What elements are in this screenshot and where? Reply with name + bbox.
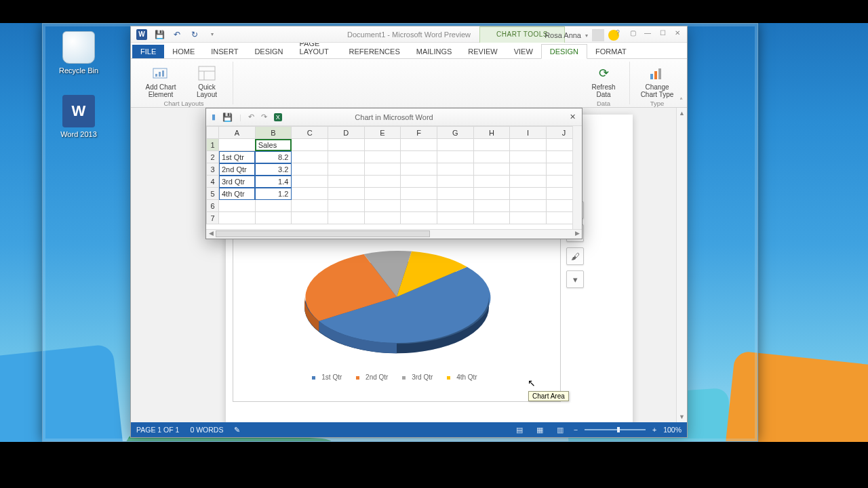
tab-design[interactable]: DESIGN	[246, 45, 291, 58]
cell[interactable]	[364, 188, 401, 200]
cell[interactable]	[401, 163, 437, 176]
cell[interactable]	[437, 212, 473, 224]
zoom-level[interactable]: 100%	[663, 426, 682, 434]
desktop-icon-word[interactable]: W Word 2013	[52, 95, 106, 138]
row-header[interactable]: 2	[207, 151, 219, 163]
word-count[interactable]: 0 WORDS	[190, 426, 223, 434]
excel-icon[interactable]: X	[274, 113, 282, 121]
cell[interactable]: 1.4	[255, 176, 292, 188]
maximize-button[interactable]: ☐	[656, 28, 669, 39]
cell[interactable]	[437, 200, 473, 212]
cell[interactable]	[328, 212, 364, 224]
spreadsheet-grid[interactable]: A B C D E F G H I J 1 Sales	[206, 126, 582, 229]
scroll-right-icon[interactable]: ▶	[572, 230, 582, 239]
zoom-in-button[interactable]: +	[652, 426, 656, 434]
cell[interactable]	[401, 139, 437, 151]
cell[interactable]	[219, 212, 256, 224]
page-indicator[interactable]: PAGE 1 OF 1	[136, 426, 179, 434]
add-chart-element-button[interactable]: Add Chart Element	[139, 63, 182, 100]
cell[interactable]	[401, 188, 437, 200]
cell[interactable]	[510, 139, 547, 151]
close-button[interactable]: ✕	[671, 28, 684, 39]
cell[interactable]: 2nd Qtr	[219, 163, 256, 176]
cell[interactable]	[473, 200, 510, 212]
cell[interactable]	[510, 163, 547, 176]
cell[interactable]	[328, 151, 364, 163]
cell[interactable]	[255, 200, 292, 212]
cell[interactable]	[437, 188, 473, 200]
col-header[interactable]: G	[437, 127, 473, 139]
cell[interactable]	[437, 176, 473, 188]
col-header[interactable]: E	[364, 127, 401, 139]
cell[interactable]	[364, 139, 401, 151]
minimize-button[interactable]: —	[641, 28, 654, 39]
row-header[interactable]: 1	[207, 139, 219, 151]
cell[interactable]	[364, 176, 401, 188]
cell[interactable]	[510, 176, 547, 188]
cell[interactable]: 8.2	[255, 151, 292, 163]
proofing-icon[interactable]: ✎	[234, 426, 240, 434]
cell[interactable]	[219, 139, 256, 151]
cell[interactable]	[292, 163, 328, 176]
chart-legend[interactable]: 1st Qtr 2nd Qtr 3rd Qtr 4th Qtr	[233, 373, 560, 381]
cell[interactable]	[510, 151, 547, 163]
undo-icon[interactable]: ↶	[248, 113, 254, 121]
close-button[interactable]: ✕	[567, 111, 578, 122]
tab-mailings[interactable]: MAILINGS	[408, 45, 460, 58]
change-chart-type-button[interactable]: Change Chart Type	[635, 63, 679, 100]
help-button[interactable]: ?	[611, 28, 625, 39]
document-area[interactable]: ▲ ▼ Sales	[131, 108, 687, 422]
cell[interactable]: 1.2	[255, 188, 292, 200]
cell[interactable]	[401, 176, 437, 188]
cell[interactable]	[292, 151, 328, 163]
cell-active[interactable]: Sales	[255, 139, 292, 151]
cell[interactable]	[328, 139, 364, 151]
cell[interactable]	[473, 176, 510, 188]
print-layout-button[interactable]: ▦	[533, 425, 547, 434]
col-header[interactable]: D	[328, 127, 364, 139]
save-icon[interactable]: 💾	[222, 113, 233, 122]
col-header[interactable]: I	[510, 127, 547, 139]
tab-view[interactable]: VIEW	[506, 45, 541, 58]
cell[interactable]	[473, 188, 510, 200]
user-area[interactable]: Rosa Anna ▾	[545, 29, 619, 41]
col-header[interactable]: C	[292, 127, 328, 139]
read-mode-button[interactable]: ▤	[513, 425, 526, 434]
cell[interactable]	[328, 188, 364, 200]
zoom-out-button[interactable]: −	[574, 426, 578, 434]
chart-filters-button[interactable]: ▾	[566, 270, 584, 288]
row-header[interactable]: 6	[207, 200, 219, 212]
scroll-up-icon[interactable]: ▲	[677, 108, 687, 119]
redo-icon[interactable]: ↻	[189, 29, 200, 40]
tab-chart-format[interactable]: FORMAT	[587, 45, 635, 58]
cell[interactable]	[292, 200, 328, 212]
qat-customize-icon[interactable]: ▾	[207, 29, 218, 40]
cell[interactable]	[364, 151, 401, 163]
save-icon[interactable]: 💾	[154, 29, 165, 40]
cell[interactable]	[437, 163, 473, 176]
cell[interactable]: 3.2	[255, 163, 292, 176]
cell[interactable]: 1st Qtr	[219, 151, 256, 163]
cell[interactable]	[401, 212, 437, 224]
tab-insert[interactable]: INSERT	[203, 45, 246, 58]
quick-layout-button[interactable]: Quick Layout	[185, 63, 229, 100]
tab-chart-design[interactable]: DESIGN	[541, 44, 587, 59]
cell[interactable]	[292, 212, 328, 224]
tab-home[interactable]: HOME	[164, 45, 203, 58]
cell[interactable]	[437, 151, 473, 163]
row-header[interactable]: 3	[207, 163, 219, 176]
desktop-icon-recycle-bin[interactable]: Recycle Bin	[52, 31, 106, 75]
cell[interactable]	[292, 188, 328, 200]
cell[interactable]	[219, 200, 256, 212]
cell[interactable]	[401, 151, 437, 163]
tab-review[interactable]: REVIEW	[460, 45, 505, 58]
redo-icon[interactable]: ↷	[261, 113, 267, 121]
cell[interactable]	[328, 163, 364, 176]
vertical-scrollbar[interactable]: ▲ ▼	[676, 108, 687, 422]
row-header[interactable]: 5	[207, 188, 219, 200]
cell[interactable]	[510, 212, 547, 224]
collapse-ribbon-icon[interactable]: ˄	[679, 97, 683, 104]
row-header[interactable]: 4	[207, 176, 219, 188]
row-header[interactable]: 7	[207, 212, 219, 224]
cell[interactable]	[473, 212, 510, 224]
